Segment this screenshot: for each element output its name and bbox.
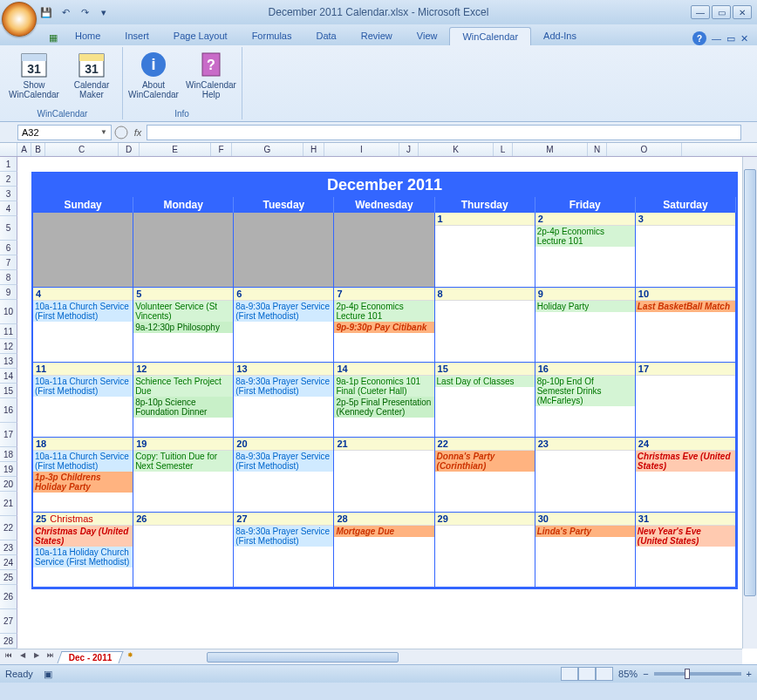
calendar-cell[interactable]: 8 [435,288,535,363]
row-header[interactable]: 25 [0,570,17,585]
scrollbar-thumb[interactable] [207,652,399,663]
calendar-event[interactable]: Volunteer Service (St Vincents) [133,301,233,322]
col-header[interactable]: I [324,143,399,156]
worksheet-grid[interactable]: ABCDEFGHIJKLMNO 123456789101112131415161… [0,143,757,664]
minimize-button[interactable]: — [691,5,710,19]
row-header[interactable]: 16 [0,398,17,423]
tab-nav-prev[interactable]: ◀ [16,651,30,663]
calendar-cell[interactable]: 1110a-11a Church Service (First Methodis… [33,363,133,438]
col-header[interactable]: D [119,143,140,156]
row-header[interactable]: 2 [0,172,17,187]
row-header[interactable]: 11 [0,324,17,339]
office-button[interactable] [2,2,37,37]
row-header[interactable]: 14 [0,369,17,384]
calendar-cell[interactable]: 68a-9:30a Prayer Service (First Methodis… [234,288,334,363]
calendar-cell[interactable]: 31 New Year's Eve (United States) [636,513,736,588]
new-sheet-icon[interactable]: ✸ [123,651,137,663]
col-header[interactable]: H [303,143,324,156]
calendar-cell[interactable]: 410a-11a Church Service (First Methodist… [33,288,133,363]
calendar-cell[interactable]: 22 Donna's Party (Corinthian) [435,438,535,513]
close-button[interactable]: ✕ [733,5,752,19]
ribbon-tab-home[interactable]: Home [63,27,113,45]
calendar-event[interactable]: 8p-10p Science Foundation Dinner [133,397,233,418]
calendar-event[interactable]: 8a-9:30a Prayer Service (First Methodist… [234,301,333,322]
calendar-event[interactable]: 9a-1p Economics 101 Final (Cueter Hall) [334,376,433,397]
row-header[interactable]: 4 [0,201,17,216]
calendar-cell[interactable]: 278a-9:30a Prayer Service (First Methodi… [234,513,334,588]
row-header[interactable]: 10 [0,300,17,324]
calendar-cell[interactable]: 72p-4p Economics Lecture 1019p-9:30p Pay… [334,288,434,363]
calendar-event[interactable]: Holiday Party [535,301,635,312]
tab-nav-next[interactable]: ▶ [30,651,44,663]
chevron-down-icon[interactable]: ▼ [100,128,107,136]
calendar-event[interactable]: Mortgage Due [334,526,433,537]
calendar-event[interactable]: 9p-9:30p Pay Citibank [334,322,433,333]
col-header[interactable]: M [513,143,588,156]
page-layout-view-button[interactable] [578,667,596,681]
horizontal-scrollbar[interactable] [207,651,742,663]
calendar-cell[interactable] [334,213,434,288]
calendar-event[interactable]: 8a-9:30a Prayer Service (First Methodist… [234,376,333,397]
column-headers[interactable]: ABCDEFGHIJKLMNO [0,143,757,157]
excel-icon[interactable]: ▦ [45,30,61,45]
row-header[interactable]: 3 [0,187,17,201]
calendar-event[interactable]: Last Day of Classes [435,376,535,387]
normal-view-button[interactable] [561,667,578,681]
calendar-cell[interactable]: 1810a-11a Church Service (First Methodis… [33,438,133,513]
row-header[interactable]: 24 [0,555,17,570]
row-header[interactable]: 5 [0,216,17,241]
row-header[interactable]: 18 [0,447,17,462]
calendar-cell[interactable]: 1 [435,213,535,288]
row-header[interactable]: 23 [0,540,17,555]
row-header[interactable]: 26 [0,585,17,609]
row-header[interactable]: 6 [0,241,17,255]
calendar-cell[interactable]: 208a-9:30a Prayer Service (First Methodi… [234,438,334,513]
col-header[interactable]: J [399,143,419,156]
ribbon-tab-wincalendar[interactable]: WinCalendar [449,27,531,45]
row-header[interactable]: 21 [0,492,17,516]
col-header[interactable]: B [31,143,45,156]
calendar-event[interactable]: Donna's Party (Corinthian) [435,451,535,472]
ribbon-tab-formulas[interactable]: Formulas [240,27,304,45]
ribbon-tab-add-ins[interactable]: Add-Ins [531,27,589,45]
calendar-event[interactable]: 8p-10p End Of Semester Drinks (McFarleys… [535,376,635,406]
calendar-event[interactable]: 8a-9:30a Prayer Service (First Methodist… [234,451,333,472]
row-header[interactable]: 12 [0,339,17,354]
restore-workbook-icon[interactable]: ▭ [726,33,735,44]
col-header[interactable]: L [494,143,513,156]
macro-record-icon[interactable]: ▣ [44,669,52,680]
col-header[interactable]: G [232,143,303,156]
calendar-cell[interactable]: 10 Last BasketBall Match [636,288,736,363]
scrollbar-thumb[interactable] [744,169,756,596]
ribbon-tab-view[interactable]: View [405,27,450,45]
calendar-event[interactable]: 2p-4p Economics Lecture 101 [334,301,433,322]
row-header[interactable]: 19 [0,462,17,477]
row-header[interactable]: 27 [0,609,17,634]
calendar-cell[interactable]: 15 Last Day of Classes [435,363,535,438]
calendar-event[interactable]: 10a-11a Holiday Church Service (First Me… [33,547,133,567]
calendar-cell[interactable]: 25Christmas Christmas Day (United States… [33,513,133,588]
zoom-slider[interactable] [654,672,741,676]
zoom-percent[interactable]: 85% [618,669,638,679]
calendar-cell[interactable]: 5 Volunteer Service (St Vincents)9a-12:3… [133,288,234,363]
vertical-scrollbar[interactable] [742,157,757,649]
col-header[interactable]: C [45,143,119,156]
calendar-event[interactable]: Christmas Eve (United States) [636,451,735,472]
save-icon[interactable]: 💾 [38,4,54,20]
ribbon-tab-review[interactable]: Review [349,27,405,45]
calendar-cell[interactable]: 21 [334,438,434,513]
calendar-cell[interactable]: 22p-4p Economics Lecture 101 [535,213,636,288]
row-header[interactable]: 13 [0,354,17,369]
calendar-cell[interactable]: 12 Schience Tech Project Due8p-10p Scien… [133,363,234,438]
col-header[interactable]: N [588,143,607,156]
zoom-in-button[interactable]: + [747,669,752,679]
row-header[interactable]: 15 [0,384,17,398]
col-header[interactable] [0,143,17,156]
ribbon-tab-data[interactable]: Data [303,27,348,45]
fx-icon[interactable]: fx [129,127,147,138]
calendar-cell[interactable]: 149a-1p Economics 101 Final (Cueter Hall… [334,363,434,438]
calendar-cell[interactable] [33,213,133,288]
expand-formula-icon[interactable] [113,125,129,140]
calendar-event[interactable]: 2p-5p Final Presentation (Kennedy Center… [334,397,433,418]
col-header[interactable]: O [607,143,682,156]
